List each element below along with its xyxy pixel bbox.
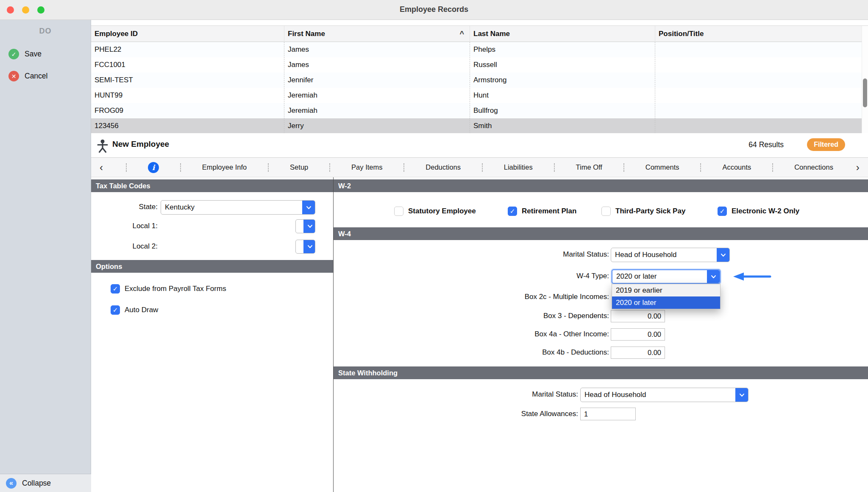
chevron-down-icon [717,248,729,262]
scrollbar-thumb[interactable] [863,78,867,107]
column-header-first-name[interactable]: First Name ^ [284,26,470,42]
column-divider-dashed [470,42,470,134]
checkbox-icon [394,207,403,216]
state-allowances-label: State Allowances: [381,410,578,419]
local1-label: Local 1: [91,222,158,231]
column-divider-dashed [284,42,284,134]
cancel-button[interactable]: ✕ Cancel [8,71,47,81]
column-divider [470,26,470,42]
table-row[interactable]: SEMI-TEST Jennifer Armstrong [91,73,868,88]
tab-deductions[interactable]: Deductions [426,163,461,171]
info-icon[interactable]: i [148,162,159,173]
box3-dependents-label: Box 3 - Dependents: [424,312,609,321]
sidebar-header: DO [0,27,91,36]
chevron-down-icon [303,240,315,253]
column-header-employee-id[interactable]: Employee ID [91,26,284,42]
section-header-tax-table-codes: Tax Table Codes [91,179,333,192]
table-scrollbar [862,26,868,134]
person-icon [97,139,108,153]
menu-item-2019-or-earlier[interactable]: 2019 or earlier [612,284,720,296]
chevron-down-icon [303,220,315,233]
retirement-plan-checkbox[interactable]: Retirement Plan [508,207,576,216]
box4a-other-income-input[interactable]: 0.00 [611,328,665,341]
w4-marital-status-label: Marital Status: [466,250,609,260]
employee-table: Employee ID First Name ^ Last Name Posit… [91,25,868,133]
column-header-position[interactable]: Position/Title [655,26,868,42]
window-titlebar: Employee Records [0,0,868,20]
collapse-label: Collapse [22,479,51,488]
menu-item-2020-or-later[interactable]: 2020 or later [612,296,720,309]
tab-separator [482,163,483,172]
table-row[interactable]: FCC1001 James Russell [91,57,868,73]
tabs-back-button[interactable]: ‹ [98,163,105,172]
checkbox-icon [111,284,120,294]
collapse-button[interactable]: « Collapse [0,474,91,492]
record-title: New Employee [112,140,169,149]
tab-separator [623,163,624,172]
section-header-state-withholding: State Withholding [334,366,868,379]
window-title: Employee Records [0,5,868,14]
employee-records-window: Employee Records DO ✓ Save ✕ Cancel « Co… [0,0,868,492]
sort-ascending-icon: ^ [459,30,464,38]
tab-separator [772,163,773,172]
filtered-badge[interactable]: Filtered [807,138,845,151]
tab-separator [268,163,269,172]
table-row[interactable]: FROG09 Jeremiah Bullfrog [91,103,868,118]
action-sidebar: DO ✓ Save ✕ Cancel « Collapse [0,20,91,492]
state-dropdown[interactable]: Kentucky [161,200,315,215]
checkbox-icon [718,207,727,216]
sw-marital-status-dropdown[interactable]: Head of Household [580,388,748,402]
section-header-w2: W-2 [334,179,868,192]
save-button[interactable]: ✓ Save [8,49,42,59]
w4-type-menu: 2019 or earlier 2020 or later [612,284,721,309]
record-toolbar: New Employee 64 Results Filtered [91,133,868,158]
tab-separator [126,163,127,172]
table-row[interactable]: PHEL22 James Phelps [91,42,868,57]
checkbox-icon [508,207,517,216]
column-header-last-name[interactable]: Last Name [470,26,655,42]
table-row-selected[interactable]: 123456 Jerry Smith [91,118,868,134]
tab-accounts[interactable]: Accounts [722,163,751,171]
tab-setup[interactable]: Setup [290,163,308,171]
exclude-payroll-tax-forms-checkbox[interactable]: Exclude from Payroll Tax Forms [111,284,226,294]
tab-pay-items[interactable]: Pay Items [351,163,382,171]
collapse-chevrons-icon: « [6,478,17,489]
box4b-deductions-label: Box 4b - Deductions: [424,348,609,358]
state-allowances-input[interactable]: 1 [580,408,636,420]
tab-employee-info[interactable]: Employee Info [202,163,247,171]
local1-dropdown[interactable] [295,219,315,233]
section-header-w4: W-4 [334,227,868,240]
box4b-deductions-input[interactable]: 0.00 [611,347,665,359]
tab-separator [554,163,555,172]
box3-dependents-input[interactable]: 0.00 [611,310,665,322]
tab-separator [180,163,181,172]
statutory-employee-checkbox[interactable]: Statutory Employee [394,207,476,216]
tab-liabilities[interactable]: Liabilities [504,163,533,171]
annotation-arrow-icon [732,271,771,282]
checkbox-icon [111,305,120,315]
w4-type-dropdown[interactable]: 2020 or later [612,269,721,284]
tab-separator [700,163,701,172]
column-divider [655,26,655,42]
column-divider [284,26,284,42]
tab-connections[interactable]: Connections [794,163,833,171]
box4a-other-income-label: Box 4a - Other Income: [424,330,609,339]
results-count: 64 Results [748,140,784,149]
w4-marital-status-dropdown[interactable]: Head of Household [611,248,730,262]
local2-dropdown[interactable] [295,240,315,254]
tab-time-off[interactable]: Time Off [576,163,602,171]
third-party-sick-pay-checkbox[interactable]: Third-Party Sick Pay [601,207,685,216]
local2-label: Local 2: [91,242,158,252]
save-check-icon: ✓ [8,49,19,59]
auto-draw-checkbox[interactable]: Auto Draw [111,305,158,315]
electronic-w2-only-checkbox[interactable]: Electronic W-2 Only [718,207,799,216]
state-label: State: [91,203,158,212]
section-header-options: Options [91,260,333,273]
sw-marital-status-label: Marital Status: [381,390,578,400]
cancel-label: Cancel [25,72,47,81]
tab-comments[interactable]: Comments [645,163,679,171]
box2c-multiple-incomes-label: Box 2c - Multiple Incomes: [424,293,609,302]
column-divider-dashed [655,42,655,134]
tabs-forward-button[interactable]: › [854,163,861,172]
table-row[interactable]: HUNT99 Jeremiah Hunt [91,88,868,103]
